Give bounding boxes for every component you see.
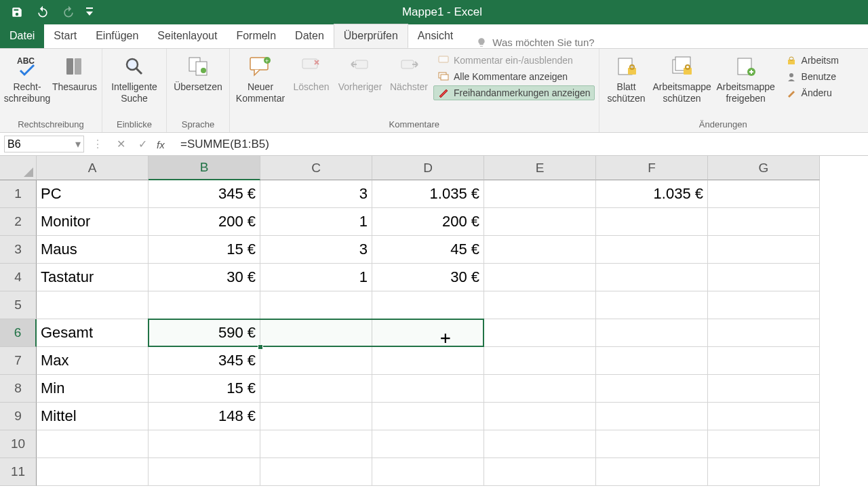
row-header-3[interactable]: 3 <box>0 236 37 264</box>
cell-G9[interactable] <box>708 403 820 430</box>
cell-D3[interactable]: 45 € <box>372 236 484 264</box>
cell-D7[interactable] <box>372 347 484 375</box>
col-header-B[interactable]: B <box>149 156 260 180</box>
tab-überprüfen[interactable]: Überprüfen <box>334 24 408 48</box>
row-header-4[interactable]: 4 <box>0 264 37 291</box>
cell-A2[interactable]: Monitor <box>37 208 149 236</box>
cells-area[interactable]: PC345 €31.035 €1.035 €Monitor200 €1200 €… <box>37 180 820 486</box>
cell-A7[interactable]: Max <box>37 347 149 375</box>
cell-A11[interactable] <box>37 458 149 486</box>
tab-daten[interactable]: Daten <box>285 24 334 48</box>
select-all-corner[interactable] <box>0 156 37 180</box>
tell-me-box[interactable]: Was möchten Sie tun? <box>462 37 594 48</box>
name-box[interactable]: B6 ▾ <box>4 136 84 152</box>
save-button[interactable] <box>4 0 30 24</box>
cell-G7[interactable] <box>708 347 820 375</box>
cell-D6[interactable] <box>372 319 484 347</box>
tab-start[interactable]: Start <box>44 24 86 48</box>
cell-E8[interactable] <box>484 375 596 403</box>
undo-button[interactable] <box>30 0 56 24</box>
cell-F9[interactable] <box>596 403 708 430</box>
cell-G4[interactable] <box>708 264 820 291</box>
protect-workbook-button[interactable]: Arbeitsmappe schützen <box>651 52 713 104</box>
cell-E10[interactable] <box>484 430 596 458</box>
cell-A1[interactable]: PC <box>37 180 149 208</box>
cell-F4[interactable] <box>596 264 708 291</box>
col-header-E[interactable]: E <box>484 156 596 180</box>
cell-A9[interactable]: Mittel <box>37 403 149 430</box>
translate-button[interactable]: Übersetzen <box>171 52 225 93</box>
cell-G2[interactable] <box>708 208 820 236</box>
cell-B2[interactable]: 200 € <box>149 208 260 236</box>
cell-E2[interactable] <box>484 208 596 236</box>
cell-B6[interactable]: 590 € <box>149 319 260 347</box>
enter-formula-button[interactable]: ✓ <box>132 133 153 155</box>
cell-B10[interactable] <box>149 430 260 458</box>
cell-F10[interactable] <box>596 430 708 458</box>
cell-D8[interactable] <box>372 375 484 403</box>
col-header-A[interactable]: A <box>37 156 149 180</box>
cell-C2[interactable]: 1 <box>260 208 372 236</box>
smart-lookup-button[interactable]: Intelligente Suche <box>106 52 162 104</box>
cell-F8[interactable] <box>596 375 708 403</box>
tab-einfügen[interactable]: Einfügen <box>86 24 148 48</box>
cell-D11[interactable] <box>372 458 484 486</box>
cell-G3[interactable] <box>708 236 820 264</box>
cell-G8[interactable] <box>708 375 820 403</box>
cell-C5[interactable] <box>260 291 372 319</box>
cell-C11[interactable] <box>260 458 372 486</box>
cell-D4[interactable]: 30 € <box>372 264 484 291</box>
protect-sheet-button[interactable]: Blatt schützen <box>604 52 650 104</box>
cell-E3[interactable] <box>484 236 596 264</box>
cell-E6[interactable] <box>484 319 596 347</box>
cell-C10[interactable] <box>260 430 372 458</box>
cell-G11[interactable] <box>708 458 820 486</box>
new-comment-button[interactable]: + Neuer Kommentar <box>234 52 287 104</box>
row-header-1[interactable]: 1 <box>0 180 37 208</box>
cell-F2[interactable] <box>596 208 708 236</box>
cancel-formula-button[interactable]: ✕ <box>110 133 132 155</box>
cell-B3[interactable]: 15 € <box>149 236 260 264</box>
cell-G5[interactable] <box>708 291 820 319</box>
toggle-comment-button[interactable]: Kommentar ein-/ausblenden <box>433 53 595 68</box>
cell-B4[interactable]: 30 € <box>149 264 260 291</box>
tab-ansicht[interactable]: Ansicht <box>408 24 462 48</box>
row-header-11[interactable]: 11 <box>0 458 37 486</box>
name-box-dropdown-icon[interactable]: ▾ <box>75 138 81 150</box>
cell-B9[interactable]: 148 € <box>149 403 260 430</box>
cell-E9[interactable] <box>484 403 596 430</box>
col-header-C[interactable]: C <box>260 156 372 180</box>
cell-B7[interactable]: 345 € <box>149 347 260 375</box>
cell-A3[interactable]: Maus <box>37 236 149 264</box>
share-workbook-button[interactable]: Arbeitsmappe freigeben <box>715 52 777 104</box>
cell-F3[interactable] <box>596 236 708 264</box>
protect-share-wb-button[interactable]: Arbeitsm <box>781 53 843 68</box>
cell-F5[interactable] <box>596 291 708 319</box>
cell-G10[interactable] <box>708 430 820 458</box>
cell-F7[interactable] <box>596 347 708 375</box>
row-header-8[interactable]: 8 <box>0 375 37 403</box>
cell-B8[interactable]: 15 € <box>149 375 260 403</box>
col-header-G[interactable]: G <box>708 156 820 180</box>
show-ink-button[interactable]: Freihandanmerkungen anzeigen <box>433 85 595 100</box>
row-header-2[interactable]: 2 <box>0 208 37 236</box>
insert-function-button[interactable]: fx <box>153 133 175 155</box>
cell-B11[interactable] <box>149 458 260 486</box>
cell-A4[interactable]: Tastatur <box>37 264 149 291</box>
tab-file[interactable]: Datei <box>0 24 44 48</box>
cell-C1[interactable]: 3 <box>260 180 372 208</box>
cell-F6[interactable] <box>596 319 708 347</box>
cell-D1[interactable]: 1.035 € <box>372 180 484 208</box>
cell-D5[interactable] <box>372 291 484 319</box>
cell-G1[interactable] <box>708 180 820 208</box>
cell-G6[interactable] <box>708 319 820 347</box>
cell-C7[interactable] <box>260 347 372 375</box>
cell-E4[interactable] <box>484 264 596 291</box>
cell-D9[interactable] <box>372 403 484 430</box>
cell-E5[interactable] <box>484 291 596 319</box>
cell-F11[interactable] <box>596 458 708 486</box>
cell-E11[interactable] <box>484 458 596 486</box>
cell-B5[interactable] <box>149 291 260 319</box>
cell-A5[interactable] <box>37 291 149 319</box>
row-header-7[interactable]: 7 <box>0 347 37 375</box>
